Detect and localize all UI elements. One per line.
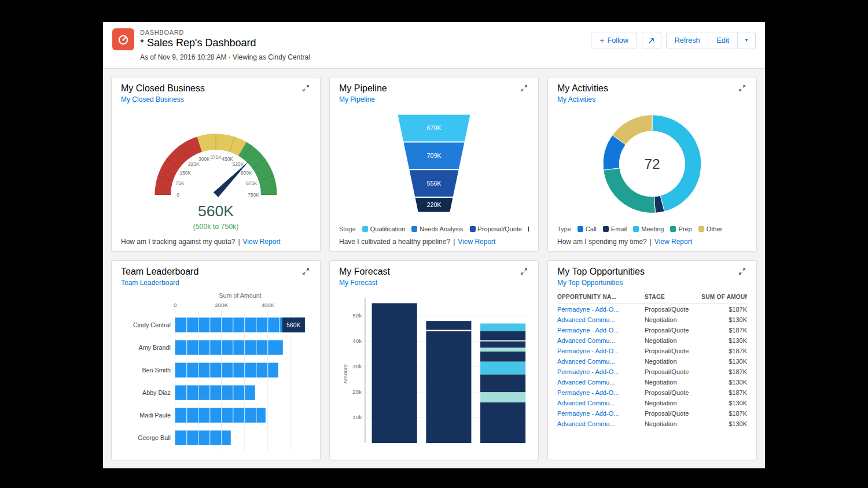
- view-report-link[interactable]: View Report: [243, 238, 281, 246]
- column-header[interactable]: STAGE: [645, 291, 701, 304]
- svg-text:Cindy Central: Cindy Central: [133, 321, 171, 328]
- launch-icon: [648, 36, 656, 45]
- legend-swatch-icon: [528, 226, 529, 232]
- opportunity-link[interactable]: Advanced Commu...: [557, 379, 615, 386]
- expand-icon: [520, 84, 528, 92]
- header-text: DASHBOARD * Sales Rep's Dashboard As of …: [140, 28, 310, 61]
- card-subtitle-link[interactable]: My Forecast: [339, 279, 529, 287]
- svg-text:375K: 375K: [210, 154, 222, 160]
- dashboard-meta: As of Nov 9, 2016 10:28 AM · Viewing as …: [140, 53, 310, 61]
- card-subtitle-link[interactable]: My Closed Business: [121, 95, 311, 103]
- opportunity-row: Advanced Commu...Negotiation$130K: [557, 356, 747, 367]
- svg-text:670K: 670K: [426, 124, 442, 131]
- more-actions-button[interactable]: ▼: [737, 32, 756, 49]
- opportunity-link[interactable]: Advanced Commu...: [557, 400, 615, 406]
- svg-text:220K: 220K: [426, 201, 442, 208]
- plus-icon: +: [599, 36, 604, 45]
- svg-text:300K: 300K: [198, 156, 210, 162]
- opportunity-row: Permadyne - Add-O...Proposal/Quote$187K: [557, 304, 747, 315]
- card-title: My Activities: [557, 83, 608, 94]
- open-action-button[interactable]: [642, 32, 661, 49]
- opportunity-link[interactable]: Advanced Commu...: [557, 420, 615, 427]
- view-report-link[interactable]: View Report: [654, 238, 692, 246]
- funnel-legend: StageQualificationNeeds AnalysisProposal…: [339, 225, 529, 232]
- svg-text:450K: 450K: [222, 156, 233, 162]
- svg-text:709K: 709K: [426, 152, 442, 159]
- card-my-closed-business: My Closed Business My Closed Business 07…: [111, 77, 321, 252]
- expand-button[interactable]: [737, 83, 747, 93]
- footer-divider: |: [453, 238, 455, 246]
- svg-text:225K: 225K: [188, 161, 200, 167]
- svg-text:400K: 400K: [261, 302, 274, 308]
- follow-button[interactable]: + Follow: [591, 32, 637, 49]
- screen: DASHBOARD * Sales Rep's Dashboard As of …: [0, 0, 868, 488]
- gauge-glyph-icon: [116, 32, 130, 46]
- expand-button[interactable]: [519, 83, 529, 93]
- opportunity-link[interactable]: Permadyne - Add-O...: [557, 347, 619, 354]
- opportunity-link[interactable]: Advanced Commu...: [557, 358, 615, 365]
- opportunity-link[interactable]: Permadyne - Add-O...: [557, 306, 619, 313]
- svg-text:20k: 20k: [352, 389, 362, 395]
- stage-cell: Proposal/Quote: [645, 408, 701, 419]
- svg-text:40k: 40k: [352, 338, 362, 344]
- legend-item: Prep: [670, 225, 692, 232]
- opportunity-row: Advanced Commu...Negotiation$130K: [557, 335, 747, 346]
- opportunity-link[interactable]: Permadyne - Add-O...: [557, 389, 619, 396]
- card-my-activities: My Activities My Activities 72 TypeCallE…: [547, 77, 757, 252]
- legend-swatch-icon: [411, 226, 417, 232]
- card-subtitle-link[interactable]: My Activities: [557, 95, 747, 103]
- column-header[interactable]: SUM OF AMOUNT: [701, 291, 747, 304]
- expand-button[interactable]: [301, 83, 311, 93]
- opportunity-link[interactable]: Permadyne - Add-O...: [557, 368, 619, 375]
- amount-cell: $130K: [701, 419, 747, 429]
- expand-button[interactable]: [737, 267, 747, 276]
- legend-item: Needs Analysis: [411, 225, 463, 232]
- amount-cell: $130K: [701, 335, 747, 346]
- svg-text:556K: 556K: [426, 180, 442, 187]
- stage-cell: Negotiation: [645, 419, 701, 429]
- svg-text:10k: 10k: [352, 414, 362, 420]
- opportunity-link[interactable]: Advanced Commu...: [557, 337, 615, 344]
- opportunity-row: Advanced Commu...Negotiation$130K: [557, 419, 747, 429]
- card-footer: How am I spending my time?|View Report: [557, 234, 747, 246]
- column-header[interactable]: OPPORTUNITY NA...: [557, 291, 645, 304]
- footer-question: How am I spending my time?: [557, 238, 647, 246]
- svg-text:50k: 50k: [352, 312, 362, 319]
- stage-cell: Negotiation: [645, 377, 701, 387]
- edit-button[interactable]: Edit: [708, 32, 738, 49]
- salesforce-dashboard-app: DASHBOARD * Sales Rep's Dashboard As of …: [103, 22, 765, 468]
- stage-cell: Proposal/Quote: [645, 346, 701, 356]
- dashboard-grid: My Closed Business My Closed Business 07…: [103, 69, 765, 468]
- svg-text:150K: 150K: [180, 170, 192, 176]
- donut-legend: TypeCallEmailMeetingPrepOther: [557, 225, 747, 232]
- expand-button[interactable]: [519, 267, 529, 276]
- expand-icon: [520, 268, 528, 275]
- opportunity-link[interactable]: Permadyne - Add-O...: [557, 410, 619, 417]
- amount-cell: $187K: [701, 408, 747, 419]
- card-subtitle-link[interactable]: My Pipeline: [339, 95, 529, 103]
- amount-cell: $187K: [701, 367, 747, 377]
- footer-question: How am I tracking against my quota?: [121, 238, 235, 246]
- legend-item: Qualification: [362, 225, 406, 232]
- svg-text:Ben Smith: Ben Smith: [142, 367, 170, 374]
- view-report-link[interactable]: View Report: [458, 238, 495, 246]
- svg-text:George Ball: George Ball: [138, 434, 171, 441]
- expand-button[interactable]: [301, 267, 311, 276]
- legend-item: Proposal/Quote: [470, 225, 522, 232]
- svg-text:Abby Diaz: Abby Diaz: [142, 389, 171, 396]
- horizontal-bar-chart: Sum of Amount0200K400KCindy Central560KA…: [121, 289, 311, 454]
- opportunity-link[interactable]: Permadyne - Add-O...: [557, 327, 619, 334]
- opportunity-row: Advanced Commu...Negotiation$130K: [557, 377, 747, 387]
- svg-text:560K: 560K: [286, 322, 300, 328]
- opportunity-link[interactable]: Advanced Commu...: [557, 316, 615, 323]
- svg-text:(500k to 750k): (500k to 750k): [193, 223, 239, 231]
- header-actions: + Follow Refresh Edit ▼: [591, 32, 756, 49]
- card-subtitle-link[interactable]: Team Leaderboard: [121, 279, 311, 287]
- stacked-bar-chart: 10k20k30k40k50kAmount: [339, 289, 529, 454]
- card-team-leaderboard: Team Leaderboard Team Leaderboard Sum of…: [111, 260, 321, 460]
- legend-swatch-icon: [470, 226, 476, 232]
- legend-item: [528, 226, 529, 232]
- card-subtitle-link[interactable]: My Top Opportunities: [557, 279, 747, 287]
- svg-text:Sum of Amount: Sum of Amount: [219, 292, 261, 299]
- refresh-button[interactable]: Refresh: [666, 32, 709, 49]
